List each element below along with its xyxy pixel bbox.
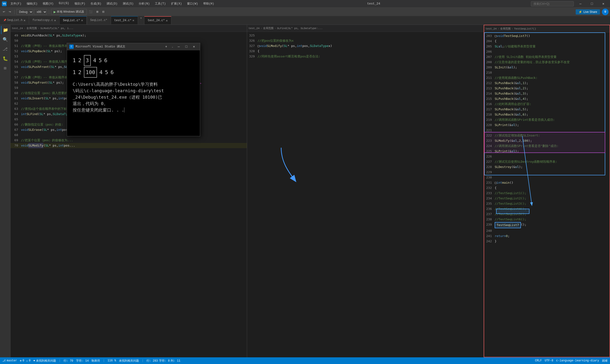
output-num4: 4	[93, 56, 96, 65]
right-row-232: 232 {	[484, 185, 610, 191]
console-add-tab[interactable]: +	[163, 44, 170, 50]
tab-test24-right[interactable]: test_24.c* ✕	[144, 16, 171, 24]
run-button[interactable]: ▶ 本地 Windows 调试器	[51, 9, 87, 15]
tab-seqlist-c-close[interactable]: ✕	[81, 18, 83, 22]
menu-help[interactable]: 帮助(H)	[201, 1, 217, 7]
status-no-problems2: 未找到相关问题	[119, 359, 139, 363]
menu-analyze[interactable]: 分析(N)	[136, 1, 152, 7]
no-problems-text2: 未找到相关问题	[119, 359, 139, 363]
right-row-238-commented: 238 //TestSeqList6();	[484, 217, 610, 222]
actbar-explorer[interactable]: 📁	[1, 26, 10, 34]
menu-debug[interactable]: 调试(D)	[104, 1, 120, 7]
actbar-search[interactable]: 🔍	[1, 35, 10, 44]
toolbar-redo[interactable]: ↪	[7, 10, 13, 14]
console-close[interactable]: ✕	[190, 44, 197, 50]
left-bc-1: test_24	[12, 27, 23, 30]
code-row-328: 328 {	[247, 49, 483, 54]
debug-config-select[interactable]: Debug	[16, 9, 33, 15]
status-no-problems: ● 未找到相关问题	[33, 359, 56, 363]
toolbar-btn2[interactable]: ⊟	[101, 10, 106, 14]
right-row-223: 223 SLModify(&sl, 2, 100);	[484, 138, 610, 143]
format-text: 制表符	[91, 359, 100, 363]
menu-edit[interactable]: 编辑(E)	[24, 1, 40, 7]
right-row-239: 239 TestSeqList7();	[484, 222, 610, 228]
right-row-208: 208 //注意传递的是变量的地址，防止形参改变实参不改变	[484, 60, 610, 65]
menu-build[interactable]: 生成(B)	[88, 1, 104, 7]
right-row-206: 206	[484, 49, 610, 54]
stop-button[interactable]: ⬛	[88, 10, 94, 14]
user-avatar[interactable]: U	[602, 9, 609, 15]
right-code-area[interactable]: 203 □void TestSeqList7() 204 { 205 SL sl…	[484, 32, 610, 357]
activity-bar: 📁 🔍 ⎇ 🐛 ⊞	[0, 25, 11, 357]
menu-test[interactable]: 测试(S)	[120, 1, 136, 7]
tab-seqlist-c2[interactable]: SeqList.c*	[87, 16, 111, 24]
platform-select[interactable]: x86	[34, 9, 47, 15]
right-bc-3: TestSeqList7()	[514, 27, 536, 30]
error-count: 0	[22, 359, 24, 362]
right-row-234: 234 //TestSeqList2();	[484, 196, 610, 201]
center-bc-3: SLFind(SL* ps, SLDataType:...	[277, 27, 322, 30]
console-icon: C	[69, 45, 74, 49]
console-dropdown[interactable]: ⌄	[170, 44, 175, 50]
maximize-button[interactable]: □	[587, 0, 597, 8]
menu-project[interactable]: 项目(P)	[72, 1, 88, 7]
menu-window[interactable]: 窗口(W)	[185, 1, 200, 7]
status-format: 制表符	[91, 359, 100, 363]
right-row-242: 242 }	[484, 239, 610, 244]
menu-file[interactable]: 文件(F)	[8, 1, 24, 7]
char-text: 字符: 14	[76, 359, 89, 363]
output-num2: 2	[78, 56, 81, 65]
title-bar-right: — □ ✕	[531, 0, 608, 8]
right-row-218: 218 SLPushBack(&sl, 6);	[484, 112, 610, 117]
toolbar-undo[interactable]: ↩	[1, 10, 6, 14]
repo-path: c-language-learning-diary	[556, 359, 599, 362]
console-minimize[interactable]: —	[175, 44, 182, 50]
right-row-237: 237 //TestSeqList5();	[484, 211, 610, 217]
console-maximize[interactable]: □	[183, 44, 190, 50]
menu-view[interactable]: 视图(V)	[40, 1, 56, 7]
branch-name: master	[7, 359, 17, 362]
liveshare-button[interactable]: ⚡ Live Share	[576, 9, 600, 14]
close-button[interactable]: ✕	[598, 0, 608, 8]
tab-seqlist-h[interactable]: 📌 SeqList.h ✕	[0, 16, 29, 24]
tab-seqlist-c[interactable]: SeqList.c* ✕	[60, 16, 87, 24]
tab-test24-right-close[interactable]: ✕	[166, 19, 168, 23]
toolbar: ↩ ↪ Debug x86 ▶ 本地 Windows 调试器 ⬛ ⊞ ⊟ ⚡ L…	[0, 8, 610, 16]
right-row-240: 240	[484, 228, 610, 234]
code-row-325: 325	[247, 33, 483, 38]
status-line: 行: 70	[64, 359, 73, 363]
center-code-area[interactable]: 325 326 //把pos位置的值修改为x 327 □void SLModif…	[247, 32, 483, 357]
center-bc-2: 全局范围	[263, 26, 273, 30]
actbar-git[interactable]: ⎇	[1, 45, 10, 53]
tab-formatcopy[interactable]: formatcopy.c ✕	[29, 16, 60, 24]
console-path: C:\Users\高高的胖子\Desktop\学习资料 \码云\c-langua…	[73, 81, 194, 113]
tab-seqlist-h-close[interactable]: ✕	[24, 18, 26, 22]
menu-extend[interactable]: 扩展(X)	[169, 1, 184, 7]
tab-add-button[interactable]: +	[138, 16, 144, 25]
actbar-extensions[interactable]: ⊞	[1, 64, 10, 72]
tab-test24-center[interactable]: test_24.c* ✕	[111, 16, 138, 24]
line-text2: 行: 283	[146, 359, 158, 363]
minimize-button[interactable]: —	[576, 0, 585, 8]
output-num5: 5	[99, 56, 102, 65]
file-tabs-bar: 📌 SeqList.h ✕ formatcopy.c ✕ SeqList.c* …	[0, 16, 610, 25]
status-branch[interactable]: ⎇ master	[2, 359, 17, 363]
encoding-text: UTF-8	[545, 359, 553, 362]
toolbar-btn1[interactable]: ⊞	[95, 10, 100, 14]
actbar-debug[interactable]: 🐛	[1, 54, 10, 63]
tab-test24-center-close[interactable]: ✕	[132, 18, 134, 22]
right-row-214: 214 SLPushBack(&sl, 3);	[484, 91, 610, 96]
status-errors[interactable]: ⊗ 0 ⚠ 0	[20, 359, 30, 363]
tab-formatcopy-label: formatcopy.c	[32, 19, 53, 22]
tab-seqlist-h-label: SeqList.h	[7, 19, 23, 22]
menu-tools[interactable]: 工具(T)	[153, 1, 168, 7]
menu-git[interactable]: Git(G)	[56, 1, 71, 7]
right-bc-2: 全局范围	[500, 27, 511, 30]
global-search-input[interactable]	[531, 1, 574, 6]
tab-formatcopy-close[interactable]: ✕	[54, 18, 56, 22]
play-icon: ▶	[54, 10, 56, 13]
console-output: 1 2 3 4 5 6 1 2 100 4 5 6 C:\Users\高高的胖子…	[67, 50, 200, 136]
right-row-233: 233 //TestSeqList1();	[484, 191, 610, 196]
left-bc-3: SLModify(SL* ps, i...	[40, 27, 73, 30]
right-row-207: 207 //使用 SLInit函数 初始化顺序表类型变量	[484, 54, 610, 60]
